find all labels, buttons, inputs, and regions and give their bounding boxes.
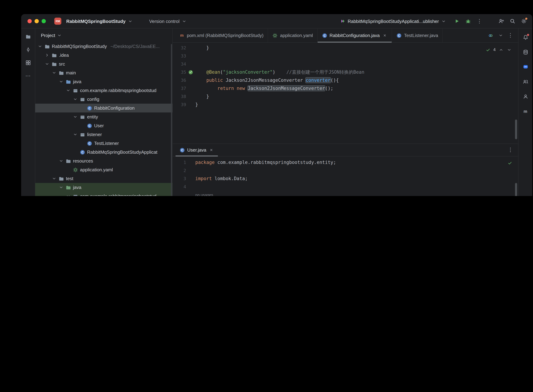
editor-user[interactable]: 1package com.example.rabbitmqspringboots… bbox=[173, 157, 518, 196]
chevron-down-icon[interactable] bbox=[44, 62, 50, 66]
commit-button[interactable] bbox=[23, 44, 33, 55]
chevron-down-icon[interactable] bbox=[51, 177, 57, 181]
editor-tab[interactable]: mpom.xml (RabbitMQSpringBootStudy) bbox=[175, 28, 268, 42]
ai-assistant-button[interactable] bbox=[520, 62, 531, 72]
tree-item[interactable]: resources bbox=[35, 157, 172, 165]
tree-item[interactable]: .idea bbox=[35, 51, 172, 60]
split-options-button[interactable]: ⋮ bbox=[508, 147, 513, 153]
editor-rabbitconfiguration[interactable]: 32 }333435 @Bean("jacksonConverter") //直… bbox=[173, 43, 518, 144]
more-tool-windows-button[interactable]: ⋯ bbox=[23, 70, 33, 81]
tree-item[interactable]: listener bbox=[35, 130, 172, 139]
yaml-icon bbox=[73, 167, 78, 173]
project-panel-header[interactable]: Project bbox=[35, 28, 172, 42]
close-window-button[interactable] bbox=[28, 19, 32, 23]
run-button[interactable] bbox=[454, 18, 460, 24]
chevron-down-icon[interactable] bbox=[51, 71, 57, 75]
chevron-down-icon[interactable] bbox=[37, 44, 43, 48]
tree-item[interactable]: src bbox=[35, 60, 172, 68]
tree-item-label: application.yaml bbox=[80, 167, 113, 172]
code-line[interactable]: 39} bbox=[173, 100, 518, 109]
editor-tab[interactable]: CTestListener.java bbox=[392, 28, 443, 42]
debug-button[interactable] bbox=[465, 18, 471, 24]
profile-button[interactable] bbox=[520, 91, 531, 102]
tree-item[interactable]: entity bbox=[35, 112, 172, 121]
database-button[interactable] bbox=[520, 47, 531, 57]
code-line[interactable]: 34 bbox=[173, 60, 518, 68]
zoom-window-button[interactable] bbox=[42, 19, 46, 23]
add-user-button[interactable] bbox=[498, 18, 504, 24]
code-line[interactable]: 3import lombok.Data; bbox=[173, 174, 518, 183]
minimize-window-button[interactable] bbox=[35, 19, 39, 23]
close-icon[interactable] bbox=[382, 33, 388, 38]
line-number: 37 bbox=[173, 86, 186, 91]
code-text: } bbox=[195, 102, 198, 107]
chevron-down-icon[interactable] bbox=[65, 89, 71, 92]
editor-scrollbar[interactable] bbox=[515, 120, 517, 139]
tree-item[interactable]: CRabbitMqSpringBootStudyApplicat bbox=[35, 148, 172, 157]
chevron-down-icon bbox=[56, 33, 62, 38]
code-line[interactable]: 2 bbox=[173, 166, 518, 174]
project-tree-scrollbar[interactable] bbox=[171, 44, 172, 196]
code-line[interactable]: 38 } bbox=[173, 92, 518, 100]
chevron-down-icon[interactable] bbox=[73, 133, 78, 136]
code-line[interactable]: 36 public Jackson2JsonMessageConverter c… bbox=[173, 76, 518, 84]
notifications-button[interactable] bbox=[520, 32, 531, 43]
code-line[interactable]: 32 } bbox=[173, 44, 518, 52]
editor-tab[interactable]: CRabbitConfiguration.java bbox=[318, 28, 392, 42]
editor-tab[interactable]: application.yaml bbox=[268, 28, 318, 42]
class-icon: C bbox=[179, 147, 185, 153]
tree-item[interactable]: CUser bbox=[35, 121, 172, 130]
code-line[interactable]: 37 return new Jackson2JsonMessageConvert… bbox=[173, 84, 518, 92]
tab-label: pom.xml (RabbitMQSpringBootStudy) bbox=[187, 33, 263, 38]
tree-item[interactable]: config bbox=[35, 95, 172, 104]
code-line[interactable]: no usages bbox=[173, 191, 518, 196]
editor-scrollbar[interactable] bbox=[515, 183, 517, 196]
chevron-right-icon[interactable] bbox=[44, 53, 50, 57]
chevron-down-icon[interactable] bbox=[65, 194, 71, 196]
code-line[interactable]: 4 bbox=[173, 183, 518, 191]
folder-icon bbox=[65, 158, 71, 164]
project-button[interactable] bbox=[23, 31, 33, 42]
tree-item[interactable]: java bbox=[35, 77, 172, 86]
chevron-down-icon[interactable] bbox=[59, 80, 64, 84]
tree-item[interactable]: RabbitMQSpringBootStudy~/Desktop/CS/Java… bbox=[35, 42, 172, 51]
next-problem-button[interactable] bbox=[506, 47, 512, 52]
tree-item[interactable]: test bbox=[35, 174, 172, 183]
code-line[interactable]: 35 @Bean("jacksonConverter") //直接创建一个用于J… bbox=[173, 68, 518, 76]
chevron-down-icon bbox=[181, 18, 187, 24]
editor-options-button[interactable]: ⋮ bbox=[508, 33, 513, 38]
prev-problem-button[interactable] bbox=[498, 47, 504, 52]
tree-item-label: resources bbox=[73, 158, 93, 163]
tree-item[interactable]: CRabbitConfiguration bbox=[35, 104, 172, 112]
tabbar-actions: ⋮ bbox=[483, 28, 518, 42]
close-icon[interactable] bbox=[208, 147, 214, 153]
tree-item[interactable]: application.yaml bbox=[35, 165, 172, 174]
vcs-widget[interactable]: Version control bbox=[147, 17, 189, 25]
ai-icon bbox=[523, 64, 528, 70]
more-actions-button[interactable]: ⋮ bbox=[477, 18, 482, 24]
collaboration-button[interactable] bbox=[520, 76, 531, 87]
hidden-tabs-button[interactable] bbox=[498, 33, 503, 38]
project-selector[interactable]: RabbitMQSpringBootStudy bbox=[64, 17, 135, 25]
code-line[interactable]: 1package com.example.rabbitmqspringboots… bbox=[173, 158, 518, 166]
chevron-down-icon[interactable] bbox=[59, 185, 64, 189]
tree-item[interactable]: com.example.rabbitmqspringbootstud bbox=[35, 192, 172, 196]
search-button[interactable] bbox=[510, 18, 515, 24]
maven-button[interactable]: m bbox=[520, 106, 531, 117]
tree-item[interactable]: CTestListener bbox=[35, 139, 172, 148]
chevron-down-icon[interactable] bbox=[73, 115, 78, 119]
code-line[interactable]: 33 bbox=[173, 52, 518, 60]
inspections-widget[interactable]: 4 bbox=[485, 47, 512, 52]
editor-tab-user-java[interactable]: C User.java bbox=[176, 144, 218, 156]
tree-item-path: ~/Desktop/CS/JavaEE... bbox=[110, 44, 160, 49]
chevron-down-icon[interactable] bbox=[59, 159, 64, 163]
tree-item[interactable]: com.example.rabbitmqspringbootstud bbox=[35, 86, 172, 95]
tree-item[interactable]: main bbox=[35, 68, 172, 77]
tree-item[interactable]: java bbox=[35, 183, 172, 192]
structure-button[interactable] bbox=[23, 57, 33, 68]
tree-item-label: listener bbox=[87, 132, 102, 137]
settings-button[interactable] bbox=[521, 18, 527, 24]
code-with-me-icon[interactable] bbox=[488, 33, 494, 38]
run-config-selector[interactable]: RabbitMqSpringBootStudyApplicati...ublis… bbox=[338, 17, 448, 25]
chevron-down-icon[interactable] bbox=[73, 97, 78, 101]
